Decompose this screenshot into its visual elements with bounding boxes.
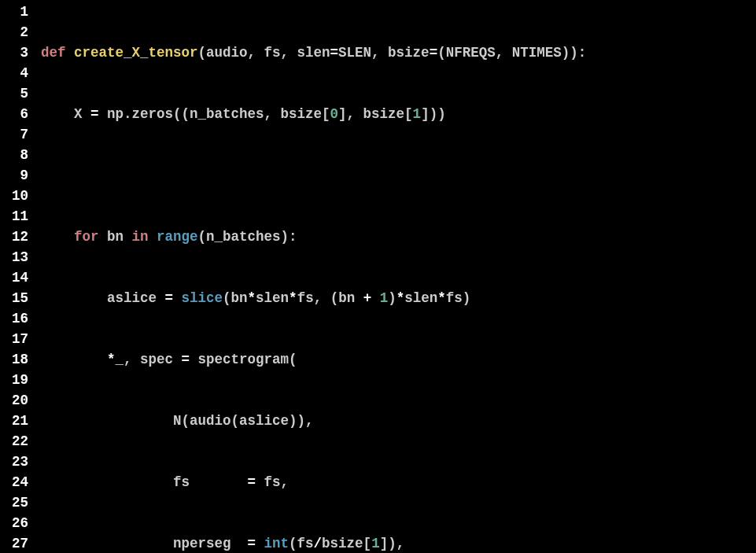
operator: * xyxy=(289,290,297,306)
operator: = xyxy=(182,352,198,367)
line-number: 23 xyxy=(3,452,28,472)
line-number: 14 xyxy=(3,267,28,288)
number: 1 xyxy=(371,536,380,551)
operator: * xyxy=(396,290,405,306)
code-editor[interactable]: 1 2 3 4 5 6 7 8 9 10 11 12 13 14 15 16 1… xyxy=(0,0,756,553)
line-number: 22 xyxy=(3,431,28,452)
line-number: 4 xyxy=(3,63,28,83)
line-number: 21 xyxy=(3,411,28,431)
code-text xyxy=(41,229,74,245)
code-text: X xyxy=(41,106,90,122)
code-line[interactable]: aslice = slice(bn*slen*fs, (bn + 1)*slen… xyxy=(41,288,586,308)
code-text: ])) xyxy=(421,106,446,122)
operator: = xyxy=(165,290,182,306)
keyword-def: def xyxy=(41,45,74,61)
code-text: (audio, fs, slen xyxy=(198,45,330,61)
operator: * xyxy=(437,290,446,306)
line-number: 5 xyxy=(3,83,28,104)
code-text: ], bsize[ xyxy=(338,106,413,122)
line-number: 18 xyxy=(3,349,28,370)
keyword-in: in xyxy=(132,229,157,245)
operator: = xyxy=(248,536,264,551)
number: 1 xyxy=(413,106,422,122)
code-text xyxy=(41,352,107,367)
line-number: 27 xyxy=(3,533,28,553)
code-text: bsize[ xyxy=(322,536,371,551)
code-area[interactable]: def create_X_tensor(audio, fs, slen=SLEN… xyxy=(41,2,586,553)
code-text: (bn xyxy=(223,290,248,306)
operator: = xyxy=(430,45,438,61)
number: 1 xyxy=(380,290,389,306)
line-number: 26 xyxy=(3,513,28,533)
line-number: 2 xyxy=(3,22,28,42)
code-text: slen xyxy=(256,290,289,306)
line-number: 9 xyxy=(3,165,28,186)
line-number: 15 xyxy=(3,288,28,308)
code-text: (n_batches): xyxy=(198,229,297,245)
code-text: fs xyxy=(41,474,248,490)
line-number: 16 xyxy=(3,308,28,329)
line-number: 1 xyxy=(3,2,28,22)
code-text: SLEN, bsize xyxy=(338,45,430,61)
code-text: _, spec xyxy=(116,352,182,367)
code-text: bn xyxy=(107,229,132,245)
number: 0 xyxy=(330,106,339,122)
line-number: 12 xyxy=(3,227,28,247)
code-line[interactable]: *_, spec = spectrogram( xyxy=(41,349,586,370)
code-text: ]), xyxy=(380,536,405,551)
code-text: N(audio(aslice)), xyxy=(41,413,314,429)
builtin-int: int xyxy=(264,536,289,551)
line-number: 24 xyxy=(3,472,28,492)
code-text: (fs xyxy=(289,536,314,551)
line-number: 3 xyxy=(3,42,28,63)
operator: * xyxy=(248,290,256,306)
code-text: spectrogram( xyxy=(198,352,297,367)
code-line[interactable]: def create_X_tensor(audio, fs, slen=SLEN… xyxy=(41,42,586,63)
operator: * xyxy=(107,352,116,367)
code-line[interactable]: X = np.zeros((n_batches, bsize[0], bsize… xyxy=(41,104,586,124)
code-text: nperseg xyxy=(41,536,248,551)
code-line[interactable]: for bn in range(n_batches): xyxy=(41,227,586,247)
operator: + xyxy=(363,290,380,306)
line-number: 10 xyxy=(3,186,28,206)
line-number: 11 xyxy=(3,206,28,227)
operator: = xyxy=(90,106,107,122)
code-line[interactable]: fs = fs, xyxy=(41,472,586,492)
line-number: 13 xyxy=(3,247,28,267)
code-text: fs, (bn xyxy=(297,290,363,306)
line-number: 7 xyxy=(3,124,28,145)
builtin-range: range xyxy=(157,229,198,245)
builtin-slice: slice xyxy=(182,290,223,306)
line-number: 19 xyxy=(3,370,28,390)
code-line[interactable] xyxy=(41,165,586,186)
code-text: np.zeros((n_batches, bsize[ xyxy=(107,106,330,122)
line-number: 17 xyxy=(3,329,28,349)
code-text: slen xyxy=(404,290,437,306)
line-number: 8 xyxy=(3,145,28,165)
code-text: fs) xyxy=(446,290,471,306)
code-line[interactable]: N(audio(aslice)), xyxy=(41,411,586,431)
line-number-gutter: 1 2 3 4 5 6 7 8 9 10 11 12 13 14 15 16 1… xyxy=(3,2,41,553)
code-text: (NFREQS, NTIMES)): xyxy=(437,45,586,61)
func-name: create_X_tensor xyxy=(74,45,198,61)
code-line[interactable]: nperseg = int(fs/bsize[1]), xyxy=(41,533,586,553)
code-text: ) xyxy=(388,290,396,306)
keyword-for: for xyxy=(74,229,107,245)
operator: / xyxy=(314,536,323,551)
code-text: fs, xyxy=(264,474,289,490)
line-number: 20 xyxy=(3,390,28,411)
line-number: 25 xyxy=(3,492,28,513)
code-text: aslice xyxy=(41,290,165,306)
line-number: 6 xyxy=(3,104,28,124)
operator: = xyxy=(330,45,339,61)
operator: = xyxy=(248,474,264,490)
